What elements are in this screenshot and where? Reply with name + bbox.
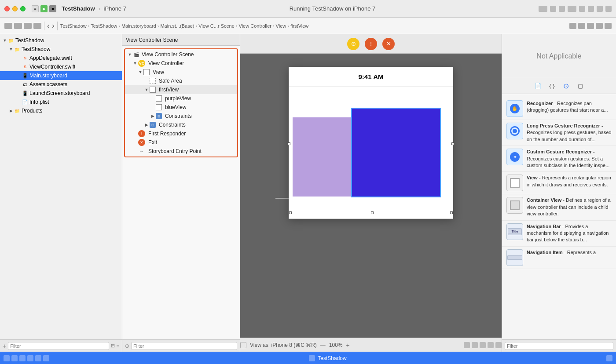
sidebar-item-folder[interactable]: ▼ 📁 TestShadow [0,45,122,54]
right-panel-toggle[interactable] [605,6,612,12]
canvas-nav-5[interactable] [495,342,502,348]
sidebar-item-assets[interactable]: 🗂 Assets.xcassets [0,80,122,89]
rp-icon-bar: 📄 { } ⊙ ▢ [502,78,616,94]
back-button[interactable] [550,6,556,12]
rp-item-navitem[interactable]: Navigation Item - Represents a [502,247,616,269]
view-as-label: View as: iPhone 8 (⌘C ⌘R) [250,342,317,348]
rp-square-icon[interactable]: ▢ [576,82,585,91]
constraints-outer-icon: ⊞ [150,122,156,128]
sidebar-item-viewcontroller-swift[interactable]: S ViewController.swift [0,62,122,71]
run-button[interactable]: ▶ [40,5,48,12]
rp-filter-input[interactable] [505,342,613,350]
rp-braces-icon[interactable]: { } [548,82,557,91]
bc-viewcontroller[interactable]: View Controller [239,23,271,29]
version-button[interactable] [597,6,603,12]
scene-item-firstview[interactable]: ▼ firstView [125,85,237,94]
sidebar-item-products[interactable]: ▶ 📁 Products [0,106,122,115]
nav-icon-3[interactable] [24,23,32,29]
statusbar-icon7 [606,355,612,361]
minimize-button[interactable] [12,6,18,11]
rp-item-navbar[interactable]: Title Navigation Bar - Provides a mechan… [502,221,616,247]
zoom-minus[interactable]: — [320,342,326,348]
toolbar-right-1[interactable] [569,23,576,29]
scene-item-blueview[interactable]: blueView [125,103,237,112]
canvas-icon-yellow[interactable]: ⊙ [347,38,359,50]
sidebar-item-project[interactable]: ▼ 📁 TestShadow [0,36,122,45]
toolbar-right-2[interactable] [578,23,585,29]
statusbar: TestShadow [0,352,616,364]
scene-item-constraints-inner[interactable]: ▶ ⊞ Constraints [125,112,237,120]
nav-icon-2[interactable] [14,23,22,29]
scene-item-safearea[interactable]: Safe Area [125,76,237,85]
scheme-button[interactable]: ≡ [32,5,39,12]
sidebar-filter-input[interactable] [8,342,109,350]
bc-viewscene[interactable]: View C...r Scene [198,23,235,29]
scene-item-purpleview[interactable]: purpleView [125,94,237,103]
scene-item-viewcontrollerscene[interactable]: ▼ 🎬 View Controller Scene [125,50,237,59]
entry-point-icon: → [138,148,145,155]
stop-button[interactable]: ■ [49,5,56,12]
toolbar-right-5[interactable] [605,23,612,29]
scene-item-entry-point[interactable]: → Storyboard Entry Point [125,147,237,156]
sidebar-item-infoplist[interactable]: 📄 Info.plist [0,98,122,106]
sidebar-item-main-storyboard[interactable]: 📱 Main.storyboard [0,71,122,80]
rp-circle-icon[interactable]: ⊙ [562,82,571,91]
canvas-nav-1[interactable] [464,342,470,348]
view-toggle[interactable] [539,6,547,12]
scene-filter-input[interactable] [131,342,237,350]
scene-item-exit[interactable]: ✕ Exit [125,138,237,147]
maximize-button[interactable] [20,6,26,11]
zoom-plus[interactable]: + [346,342,350,349]
rp-item-view[interactable]: View - Represents a rectangular region i… [502,172,616,194]
rp-item-longpress[interactable]: Long Press Gesture Recognizer - Recogniz… [502,120,616,146]
close-button[interactable] [4,6,10,11]
canvas-nav-2[interactable] [472,342,478,348]
nav-icon-4[interactable] [33,23,41,29]
constraints-icon: ⊞ [156,113,162,119]
rp-item-pan[interactable]: ✋ Recognizer - Recognizes pan (dragging)… [502,98,616,120]
sidebar-item-appdelegate[interactable]: S AppDelegate.swift [0,54,122,62]
blue-view[interactable] [352,109,440,197]
add-file-icon[interactable]: + [3,342,6,349]
scene-item-firstresponder[interactable]: ! First Responder [125,129,237,138]
scene-outline: ▼ 🎬 View Controller Scene ▼ VC View Cont… [122,46,240,339]
nav-icon-1[interactable] [4,23,12,29]
canvas-icon-orange[interactable]: ! [365,38,377,50]
titlebar: ≡ ▶ ■ TestShadow › iPhone 7 Running Test… [0,0,616,18]
rp-library-list: ✋ Recognizer - Recognizes pan (dragging)… [502,94,616,339]
scene-item-viewcontroller[interactable]: ▼ VC View Controller [125,59,237,68]
not-applicable-label: Not Applicable [536,52,581,60]
scene-item-constraints-outer[interactable]: ▶ ⊞ Constraints [125,120,237,129]
assistant-button[interactable] [588,6,594,12]
toolbar-sep2 [57,22,58,30]
canvas-area[interactable]: 9:41 AM [240,54,502,338]
scene-icon: 🎬 [133,51,140,58]
canvas-icon-red[interactable]: ✕ [382,38,395,50]
purple-view[interactable] [293,117,352,197]
sidebar-item-launchscreen[interactable]: 📱 LaunchScreen.storyboard [0,89,122,98]
device-icon[interactable] [240,342,246,348]
zoom-level: 100% [329,342,343,348]
rp-item-custom[interactable]: ✦ Custom Gesture Recognizer - Recognizes… [502,146,616,172]
bc-firstview[interactable]: firstView [290,23,308,29]
toolbar-right-4[interactable] [596,23,603,29]
forward-nav-button[interactable]: › [52,22,54,30]
bc-mainstoryboard[interactable]: Main.storyboard [121,23,156,29]
split-button[interactable] [579,6,585,12]
panel-toggle[interactable] [568,6,576,12]
toolbar-right-3[interactable] [587,23,594,29]
bc-testshadow1[interactable]: TestShadow [60,23,87,29]
forward-button[interactable] [559,6,565,12]
bc-view[interactable]: View [276,23,286,29]
canvas-nav-4[interactable] [488,342,494,348]
rp-file-icon[interactable]: 📄 [534,82,543,91]
group-icon: 📁 [14,46,20,52]
back-nav-button[interactable]: ‹ [47,22,49,30]
statusbar-left [4,355,49,361]
phone-time: 9:41 AM [359,73,384,80]
canvas-nav-3[interactable] [480,342,486,348]
rp-item-container[interactable]: Container View - Defines a region of a v… [502,194,616,220]
bc-mainbase[interactable]: Main.st...(Base) [160,23,194,29]
bc-testshadow2[interactable]: TestShadow [91,23,117,29]
scene-item-view[interactable]: ▼ View [125,68,237,76]
